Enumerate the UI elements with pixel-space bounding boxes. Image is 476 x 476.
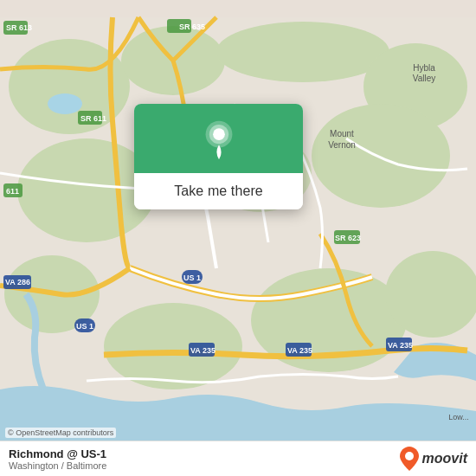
svg-text:SR 623: SR 623 [335, 234, 361, 242]
svg-text:SR 611: SR 611 [80, 114, 106, 123]
moovit-pin-icon [400, 447, 419, 471]
svg-text:US 1: US 1 [183, 273, 201, 282]
svg-point-11 [385, 251, 476, 338]
map-container: SR 635 SR 613 SR 611 611 US 1 VA 286 US … [0, 0, 476, 476]
moovit-text: moovit [422, 451, 467, 466]
moovit-logo: moovit [400, 447, 467, 471]
bottom-bar: Richmond @ US-1 Washington / Baltimore m… [0, 441, 476, 476]
osm-credit: © OpenStreetMap contributors [5, 428, 116, 438]
popup-green-area [134, 104, 303, 173]
svg-point-42 [213, 128, 225, 140]
location-title: Richmond @ US-1 [9, 447, 106, 460]
svg-text:VA 235: VA 235 [190, 346, 215, 355]
take-me-there-button[interactable]: Take me there [134, 173, 303, 209]
location-pin-icon [198, 119, 240, 161]
svg-text:VA 235: VA 235 [287, 346, 312, 355]
svg-text:VA 235: VA 235 [388, 341, 413, 350]
svg-text:US 1: US 1 [76, 322, 93, 331]
svg-point-5 [312, 104, 450, 208]
svg-point-12 [48, 93, 82, 114]
svg-point-3 [216, 22, 389, 82]
svg-text:SR 613: SR 613 [6, 23, 32, 32]
svg-text:611: 611 [6, 187, 19, 196]
svg-point-43 [405, 452, 414, 460]
location-subtitle: Washington / Baltimore [9, 460, 106, 471]
svg-text:SR 635: SR 635 [179, 23, 205, 31]
svg-text:Low...: Low... [448, 413, 469, 421]
svg-point-9 [104, 303, 242, 389]
svg-text:Valley: Valley [413, 74, 436, 83]
svg-text:Vernon: Vernon [328, 140, 356, 150]
bottom-left: Richmond @ US-1 Washington / Baltimore [9, 447, 106, 471]
svg-text:Mount: Mount [330, 129, 354, 138]
map-background: SR 635 SR 613 SR 611 611 US 1 VA 286 US … [0, 0, 476, 476]
svg-text:Hybla: Hybla [413, 63, 435, 73]
popup-card: Take me there [134, 104, 303, 209]
svg-text:VA 286: VA 286 [5, 278, 30, 286]
